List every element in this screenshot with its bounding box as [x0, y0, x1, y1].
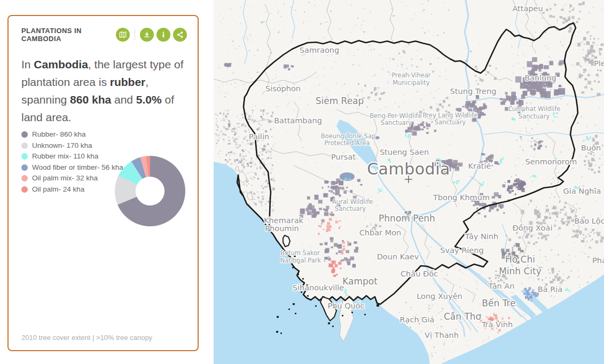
- map-label: Vị Thanh: [425, 331, 459, 339]
- legend-item: Oil palm mix- 32 kha: [21, 174, 124, 183]
- map-label: Protected Area: [324, 139, 370, 147]
- map-label: Rạch Giá: [400, 315, 435, 324]
- map-label: Sanctuary: [381, 119, 412, 126]
- summary-segment: 860 kha: [70, 93, 111, 106]
- map-label: Chbar Mon: [359, 228, 402, 237]
- map-label: Stueng Saen: [380, 148, 429, 156]
- map-label: Siem Reap: [316, 96, 364, 106]
- map-label: Cambodia: [367, 160, 450, 178]
- map-label: Samraong: [300, 46, 339, 54]
- map-label: Trà Vinh: [481, 320, 513, 329]
- legend-item: Unknown- 170 kha: [21, 141, 124, 151]
- summary-segment: and: [111, 93, 136, 106]
- map-label: Attapeu: [512, 4, 543, 13]
- map-label: Senmonorom: [525, 157, 577, 166]
- plantations-widget-panel: PLANTATIONS IN CAMBODIA: [7, 15, 199, 351]
- download-icon: [143, 31, 151, 38]
- map-label: Phnom Penh: [379, 213, 435, 224]
- map-label: Tân An: [488, 282, 515, 290]
- map-label: Banlung: [524, 74, 556, 82]
- map-label: Sihanoukville: [293, 283, 344, 292]
- app-root: PLANTATIONS IN CAMBODIA: [0, 0, 604, 364]
- map-label: Doun Kaev: [377, 252, 419, 261]
- legend-label: Wood fiber or timber- 56 kha: [32, 163, 123, 172]
- map-label: Tbong Khmum: [433, 193, 490, 202]
- map-label: Bà Rịa: [538, 285, 562, 294]
- legend-item: Rubber mix- 110 kha: [21, 152, 124, 161]
- share-icon: [176, 31, 184, 38]
- map-label: National Park: [280, 257, 321, 264]
- legend-item: Rubber- 860 kha: [21, 130, 124, 139]
- map-label: Svay Rieng: [440, 246, 483, 255]
- map-label: Buôn M: [581, 144, 604, 152]
- map-label: Long Xuyên: [417, 292, 462, 300]
- map-label: Kratié: [468, 162, 491, 170]
- map-label: Bến Tre: [482, 298, 515, 308]
- panel-toolbar: [116, 28, 187, 42]
- legend-item: Wood fiber or timber- 56 kha: [21, 163, 124, 172]
- legend-label: Rubber mix- 110 kha: [32, 152, 98, 161]
- summary-segment: 5.0%: [136, 93, 162, 106]
- map-label: Sanctuary: [435, 118, 466, 126]
- map-label: Kampot: [342, 276, 378, 287]
- map-container[interactable]: AttapeuSamraongSisophonSiem ReapBattamba…: [214, 0, 604, 364]
- panel-title: PLANTATIONS IN CAMBODIA: [21, 27, 116, 43]
- chart-legend: Rubber- 860 khaUnknown- 170 khaRubber mi…: [21, 130, 124, 196]
- map-label: Boeung Tonle Sap: [321, 132, 376, 140]
- map-label: Prey Lang Wildlife: [423, 112, 478, 119]
- summary-segment: Cambodia: [34, 58, 88, 70]
- summary-segment: rubber: [110, 76, 146, 88]
- map-label: Gia Nghĩa: [563, 187, 601, 195]
- toolbar-divider: [135, 29, 135, 41]
- map-label: Sisophon: [265, 84, 301, 93]
- map-label: Beng Per Wildlife: [370, 112, 422, 120]
- map-label: Đồng Xoài: [513, 224, 553, 232]
- map-label: Stung Treng: [450, 87, 497, 96]
- plantation-donut-chart: [115, 156, 185, 226]
- legend-dot: [21, 131, 28, 138]
- map-label: Phú Quốc: [327, 302, 364, 310]
- map-label: Minh City: [499, 266, 542, 276]
- legend-label: Oil palm- 24 kha: [32, 185, 84, 194]
- download-button[interactable]: [140, 28, 154, 42]
- map-label: Battambang: [274, 116, 322, 125]
- map-label: Pailin: [249, 132, 269, 141]
- map-label: Municipality: [393, 79, 429, 86]
- share-button[interactable]: [173, 28, 187, 42]
- map-label: Phoumin: [265, 224, 299, 233]
- map-label: Botum Sakor: [280, 249, 320, 257]
- map-label: Aural Wildlife: [332, 198, 373, 205]
- panel-header: PLANTATIONS IN CAMBODIA: [21, 27, 187, 43]
- map-label: Pha: [592, 256, 604, 265]
- data-source-note: 2010 tree cover extent | >10% tree canop…: [21, 334, 152, 342]
- summary-sentence: In Cambodia, the largest type of plantat…: [21, 56, 188, 126]
- legend-dot: [21, 153, 28, 160]
- map-label: Sanctuary: [519, 113, 550, 120]
- map-label: Châu Đốc: [401, 270, 438, 278]
- map-button[interactable]: [116, 28, 130, 42]
- legend-label: Rubber- 860 kha: [32, 130, 86, 139]
- map-label: Ho Chi: [505, 254, 535, 265]
- map-label: Cần Thơ: [444, 311, 482, 322]
- map-label: Sanctuary: [335, 205, 366, 212]
- legend-dot: [21, 164, 28, 171]
- map-canvas[interactable]: AttapeuSamraongSisophonSiem ReapBattamba…: [214, 0, 604, 364]
- legend-label: Unknown- 170 kha: [32, 141, 92, 151]
- summary-segment: In: [21, 58, 34, 70]
- map-label: Khemarak: [264, 216, 303, 225]
- legend-dot: [21, 175, 28, 181]
- info-icon: [160, 31, 167, 38]
- legend-label: Oil palm mix- 32 kha: [32, 174, 98, 183]
- map-label: Pursat: [331, 153, 356, 161]
- map-label: Preah Vihear: [391, 72, 430, 79]
- legend-dot: [21, 143, 28, 149]
- map-label: Ple: [594, 59, 604, 68]
- map-label: Bảo Lộc: [574, 217, 604, 225]
- legend-item: Oil palm- 24 kha: [21, 185, 124, 194]
- info-button[interactable]: [156, 28, 170, 42]
- legend-dot: [21, 186, 28, 193]
- map-label: Tây Ninh: [465, 232, 499, 241]
- map-icon: [119, 31, 127, 38]
- map-label: Lumphat Wildlife: [509, 105, 561, 113]
